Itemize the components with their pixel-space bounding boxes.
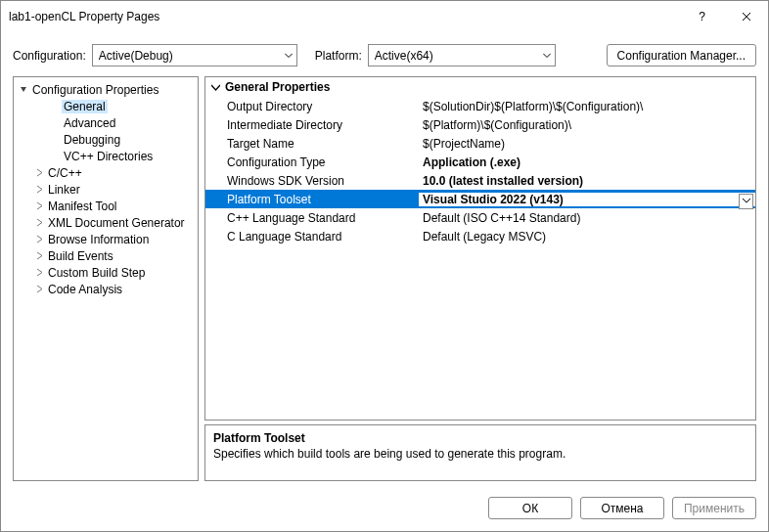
expand-icon[interactable] xyxy=(33,183,46,196)
tree-label: Configuration Properties xyxy=(30,83,160,97)
tree-label: Debugging xyxy=(62,133,122,147)
help-button[interactable]: ? xyxy=(680,1,724,32)
tree-item[interactable]: XML Document Generator xyxy=(14,214,198,231)
tree-label: Build Events xyxy=(46,249,115,263)
property-grid[interactable]: General PropertiesOutput Directory$(Solu… xyxy=(204,76,756,421)
ok-button[interactable]: ОК xyxy=(488,497,572,519)
property-value[interactable]: $(SolutionDir)$(Platform)\$(Configuratio… xyxy=(419,100,755,113)
tree-item[interactable]: Advanced xyxy=(14,114,198,131)
expand-icon[interactable] xyxy=(33,216,46,229)
configuration-label: Configuration: xyxy=(13,49,86,63)
property-name: Target Name xyxy=(205,137,419,151)
property-row[interactable]: Platform ToolsetVisual Studio 2022 (v143… xyxy=(205,190,755,208)
property-name: Windows SDK Version xyxy=(205,174,419,188)
platform-value: Active(x64) xyxy=(375,49,433,63)
tree-label: Custom Build Step xyxy=(46,266,147,280)
description-panel: Platform Toolset Specifies which build t… xyxy=(204,424,756,481)
cancel-button[interactable]: Отмена xyxy=(580,497,664,519)
tree-label: VC++ Directories xyxy=(62,150,155,163)
tree-label: General xyxy=(62,100,108,113)
close-icon xyxy=(742,12,751,22)
expand-icon[interactable] xyxy=(33,283,46,295)
dropdown-button[interactable] xyxy=(739,194,753,209)
property-name: Configuration Type xyxy=(205,155,419,169)
expand-icon[interactable] xyxy=(18,83,30,96)
platform-label: Platform: xyxy=(315,49,362,63)
help-icon: ? xyxy=(699,10,705,23)
expand-icon[interactable] xyxy=(33,249,46,262)
description-title: Platform Toolset xyxy=(213,431,747,445)
property-row[interactable]: Output Directory$(SolutionDir)$(Platform… xyxy=(205,97,755,115)
tree-item[interactable]: Debugging xyxy=(14,131,198,148)
property-value[interactable]: $(ProjectName) xyxy=(419,137,755,151)
nav-tree[interactable]: Configuration PropertiesGeneralAdvancedD… xyxy=(13,76,199,481)
property-name: Output Directory xyxy=(205,100,419,113)
property-name: C++ Language Standard xyxy=(205,211,419,225)
property-row[interactable]: Intermediate Directory$(Platform)\$(Conf… xyxy=(205,115,755,134)
property-name: C Language Standard xyxy=(205,230,419,244)
spacer xyxy=(49,116,62,129)
ok-label: ОК xyxy=(522,502,538,515)
configuration-combo[interactable]: Active(Debug) xyxy=(92,44,297,66)
topbar: Configuration: Active(Debug) Platform: A… xyxy=(1,32,768,76)
group-title: General Properties xyxy=(225,80,330,94)
tree-label: Browse Information xyxy=(46,233,151,246)
tree-label: Linker xyxy=(46,183,82,197)
property-value[interactable]: Visual Studio 2022 (v143) xyxy=(419,193,755,206)
configuration-manager-label: Configuration Manager... xyxy=(617,49,746,63)
right-pane: General PropertiesOutput Directory$(Solu… xyxy=(204,76,756,481)
tree-label: Code Analysis xyxy=(46,283,124,296)
tree-item[interactable]: Manifest Tool xyxy=(14,198,198,214)
tree-item[interactable]: Build Events xyxy=(14,247,198,264)
titlebar: lab1-openCL Property Pages ? xyxy=(1,1,768,32)
expand-icon[interactable] xyxy=(33,166,46,179)
tree-item[interactable]: General xyxy=(14,98,198,114)
dialog-window: lab1-openCL Property Pages ? Configurati… xyxy=(0,0,769,532)
spacer xyxy=(49,150,62,162)
configuration-manager-button[interactable]: Configuration Manager... xyxy=(607,44,756,66)
expand-icon[interactable] xyxy=(33,266,46,279)
property-value[interactable]: 10.0 (latest installed version) xyxy=(419,174,755,188)
footer: ОК Отмена Применить xyxy=(1,489,768,531)
tree-root[interactable]: Configuration Properties xyxy=(14,81,198,98)
property-row[interactable]: C++ Language StandardDefault (ISO C++14 … xyxy=(205,208,755,227)
property-row[interactable]: Configuration TypeApplication (.exe) xyxy=(205,153,755,171)
property-value[interactable]: Application (.exe) xyxy=(419,155,755,169)
cancel-label: Отмена xyxy=(601,502,643,515)
expand-icon[interactable] xyxy=(33,200,46,212)
spacer xyxy=(49,100,62,112)
tree-label: Advanced xyxy=(62,116,117,130)
property-row[interactable]: C Language StandardDefault (Legacy MSVC) xyxy=(205,227,755,245)
property-name: Intermediate Directory xyxy=(205,118,419,132)
property-name: Platform Toolset xyxy=(205,193,419,206)
group-header[interactable]: General Properties xyxy=(205,77,755,97)
configuration-value: Active(Debug) xyxy=(99,49,173,63)
tree-item[interactable]: Code Analysis xyxy=(14,281,198,297)
tree-item[interactable]: Custom Build Step xyxy=(14,264,198,281)
property-value[interactable]: Default (Legacy MSVC) xyxy=(419,230,755,244)
close-button[interactable] xyxy=(724,1,768,32)
chevron-down-icon xyxy=(285,53,293,58)
expand-icon[interactable] xyxy=(33,233,46,245)
description-text: Specifies which build tools are being us… xyxy=(213,447,747,461)
tree-label: C/C++ xyxy=(46,166,84,180)
tree-label: Manifest Tool xyxy=(46,200,118,213)
apply-label: Применить xyxy=(684,502,745,515)
apply-button[interactable]: Применить xyxy=(672,497,756,519)
tree-item[interactable]: Linker xyxy=(14,181,198,198)
tree-item[interactable]: C/C++ xyxy=(14,164,198,181)
tree-item[interactable]: Browse Information xyxy=(14,231,198,247)
property-row[interactable]: Windows SDK Version10.0 (latest installe… xyxy=(205,171,755,190)
window-title: lab1-openCL Property Pages xyxy=(9,10,680,23)
body: Configuration PropertiesGeneralAdvancedD… xyxy=(1,76,768,489)
property-value[interactable]: Default (ISO C++14 Standard) xyxy=(419,211,755,225)
tree-label: XML Document Generator xyxy=(46,216,187,230)
property-value[interactable]: $(Platform)\$(Configuration)\ xyxy=(419,118,755,132)
tree-item[interactable]: VC++ Directories xyxy=(14,148,198,164)
spacer xyxy=(49,133,62,146)
property-row[interactable]: Target Name$(ProjectName) xyxy=(205,134,755,153)
chevron-down-icon xyxy=(543,53,551,58)
collapse-icon[interactable] xyxy=(211,83,225,92)
platform-combo[interactable]: Active(x64) xyxy=(368,44,556,66)
